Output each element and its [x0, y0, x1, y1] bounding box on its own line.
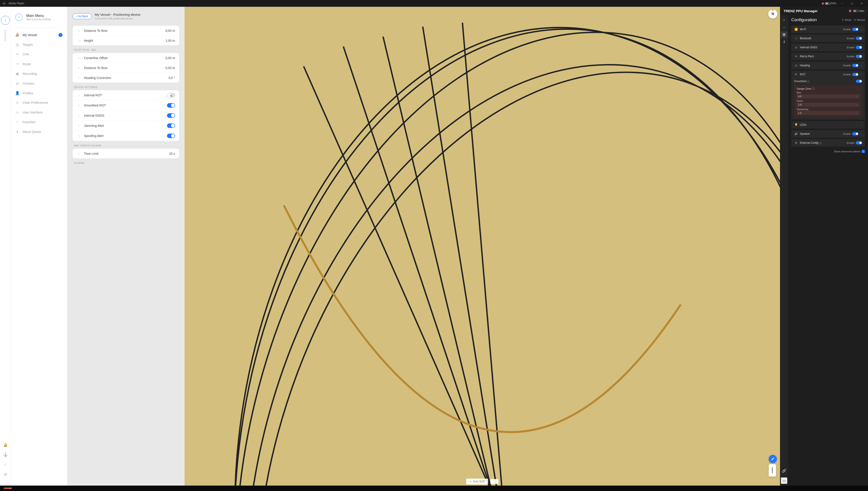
sidebar-panel: ‹ Main Menu App & journey settings ⛵ My …: [11, 7, 67, 486]
menu-icon[interactable]: ≡: [781, 17, 787, 23]
download-icon[interactable]: ⬇: [781, 38, 787, 45]
go-back-button[interactable]: ‹ Go Back: [73, 13, 92, 19]
dampening-input[interactable]: 1.0 ⌃⌄: [797, 111, 860, 115]
main-menu-back-button[interactable]: ‹: [15, 13, 23, 21]
toggle-spoofing-alert[interactable]: [167, 134, 175, 138]
row-distance-to-bow[interactable]: ☆ Distance To Bow 0,00 m: [73, 26, 179, 36]
settings-nav-icon[interactable]: ⚙: [781, 31, 787, 38]
row-height[interactable]: ☆ Height 1,00 m: [73, 36, 179, 45]
toggle-bluetooth[interactable]: [856, 37, 862, 40]
favorite-star-icon[interactable]: ☆: [77, 151, 81, 156]
info-icon[interactable]: i: [812, 88, 814, 90]
toggle-external-config[interactable]: [856, 141, 862, 144]
chevron-down-icon[interactable]: ⌄: [860, 64, 862, 67]
sidebar-toggle-button[interactable]: ›: [1, 16, 10, 25]
sidebar-item-route[interactable]: ⤳ Route ›: [11, 59, 67, 69]
ui-icon: ▭: [15, 110, 20, 114]
sidebar-item-profiles[interactable]: 👤 Profiles ›: [11, 88, 67, 98]
edit-button[interactable]: [769, 455, 777, 463]
stepper-down-icon[interactable]: ⌄: [856, 95, 858, 97]
mute-icon: 🔇: [848, 9, 852, 12]
row-time-limit[interactable]: ☆ Time Limit 20 s: [73, 149, 179, 158]
heading-icon: ◷: [794, 64, 798, 67]
chevron-down-icon[interactable]: ⌄: [860, 124, 862, 126]
stepper-up-icon[interactable]: ⌃: [853, 104, 855, 106]
sidebar-item-my-vessel[interactable]: ⛵ My Vessel ›: [11, 30, 67, 40]
stepper-up-icon[interactable]: ⌃: [853, 95, 855, 97]
favorite-star-icon[interactable]: ☆: [77, 66, 81, 70]
anchor-icon[interactable]: ⚓: [3, 452, 8, 457]
chevron-up-icon[interactable]: ⌃: [860, 73, 862, 76]
favorite-star-icon[interactable]: ☆: [77, 56, 81, 60]
cfg-roll-pitch: ⟲ Roll & Pitch Enable: [791, 53, 865, 60]
home-icon[interactable]: ⌂: [781, 24, 787, 30]
favorite-star-icon[interactable]: ☆: [77, 93, 81, 97]
vessel-marker[interactable]: [769, 464, 776, 476]
favorite-star-icon[interactable]: ☆: [77, 114, 81, 118]
window-close-button[interactable]: ✕: [857, 1, 866, 6]
sidebar-item-user-interface[interactable]: ▭ User Interface ›: [11, 107, 67, 117]
external-config-icon: ⚙: [794, 141, 798, 144]
chevron-down-icon[interactable]: ⌄: [860, 133, 862, 135]
toggle-internal-rot[interactable]: [167, 93, 175, 97]
cfg-leds[interactable]: 💡 LEDs ⌄: [791, 121, 865, 128]
link-icon[interactable]: 🔗: [781, 467, 787, 474]
toggle-smoothed[interactable]: [856, 80, 862, 83]
window-maximize-button[interactable]: ◻: [847, 1, 856, 6]
compass-button[interactable]: N: [768, 9, 777, 19]
reload-button[interactable]: ⟳ Reload: [854, 19, 865, 22]
row-spoofing-alert: ☆ Spoofing Alert: [73, 131, 179, 141]
chevron-right-icon: ›: [62, 82, 62, 85]
star-icon[interactable]: ☆: [3, 462, 8, 467]
row-heading-correction[interactable]: ☆ Heading Correction 0,0 °: [73, 73, 179, 83]
toggle-heading[interactable]: [852, 64, 859, 67]
window-minimize-button[interactable]: ─: [837, 1, 846, 6]
row-jamming-alert: ☆ Jamming Alert: [73, 121, 179, 131]
toggle-internal-gnss[interactable]: [167, 113, 175, 118]
reset-button[interactable]: ↻ Reset: [842, 19, 851, 22]
toggle-jamming-alert[interactable]: [167, 123, 175, 128]
bias-input[interactable]: 0.0 ⌃⌄: [797, 94, 860, 98]
sidebar-item-targets[interactable]: ◎ Targets ›: [11, 40, 67, 50]
favorite-star-icon[interactable]: ☆: [77, 76, 81, 80]
sidebar-item-cpa[interactable]: ✂ CPA ›: [11, 50, 67, 59]
favorite-star-icon[interactable]: ☆: [77, 103, 81, 108]
toggle-rot[interactable]: [852, 73, 859, 76]
stepper-down-icon[interactable]: ⌄: [856, 104, 858, 106]
chevron-right-icon: ›: [62, 111, 62, 114]
show-advanced-toggle[interactable]: Show advanced options ✓: [791, 148, 865, 155]
checkbox-checked-icon[interactable]: ✓: [862, 150, 865, 153]
gear-icon[interactable]: ⚙: [3, 472, 8, 476]
terminal-icon[interactable]: ▭: [781, 478, 787, 484]
favorite-star-icon[interactable]: ☆: [77, 134, 81, 138]
map-viewport[interactable]: N ↔0 m / 0.0° ···: [184, 7, 780, 486]
stepper-down-icon[interactable]: ⌄: [856, 112, 858, 114]
toggle-gnss[interactable]: [856, 46, 862, 49]
row-distance-to-bow-ais[interactable]: ☆ Distance To Bow 0,00 m: [73, 63, 179, 73]
toggle-smoothed-rot[interactable]: [167, 103, 175, 108]
info-icon[interactable]: i: [819, 142, 821, 144]
chevron-down-icon[interactable]: ⌄: [860, 28, 862, 31]
sidebar-item-connect[interactable]: ⇄ Connect ›: [11, 79, 67, 88]
row-centerline-offset[interactable]: ☆ Centerline Offset 0,00 m: [73, 53, 179, 63]
factor-input[interactable]: 1.0 ⌃⌄: [797, 103, 860, 107]
taskbar-app-preview[interactable]: [4, 488, 12, 489]
favorite-star-icon[interactable]: ☆: [77, 38, 81, 42]
sidebar-item-favorites[interactable]: ☆ Favorites ›: [11, 117, 67, 127]
toggle-wifi[interactable]: [852, 28, 859, 31]
cfg-bluetooth: ᛒ Bluetooth Enable: [791, 34, 865, 42]
chevron-right-icon: ›: [62, 121, 62, 123]
cfg-rot: 👁 ROT Enable ⌃: [791, 70, 865, 78]
toggle-roll-pitch[interactable]: [856, 55, 862, 58]
sidebar-item-recording[interactable]: ◉ Recording ›: [11, 69, 67, 79]
stepper-up-icon[interactable]: ⌃: [853, 112, 855, 114]
info-icon[interactable]: i: [807, 80, 810, 83]
sidebar-item-chart-preferences[interactable]: ≡ Chart Preferences ›: [11, 98, 67, 107]
targets-icon: ◎: [15, 42, 20, 47]
danger-zone-panel: Danger Zone i Bias 0.0 ⌃⌄ Factor 1.0 ⌃⌄: [794, 85, 862, 117]
favorite-star-icon[interactable]: ☆: [77, 124, 81, 128]
bell-icon[interactable]: 🔔: [3, 442, 8, 447]
sidebar-item-about[interactable]: ℹ About Qastor ›: [11, 127, 67, 137]
favorite-star-icon[interactable]: ☆: [77, 28, 81, 33]
toggle-speaker[interactable]: [852, 132, 859, 135]
